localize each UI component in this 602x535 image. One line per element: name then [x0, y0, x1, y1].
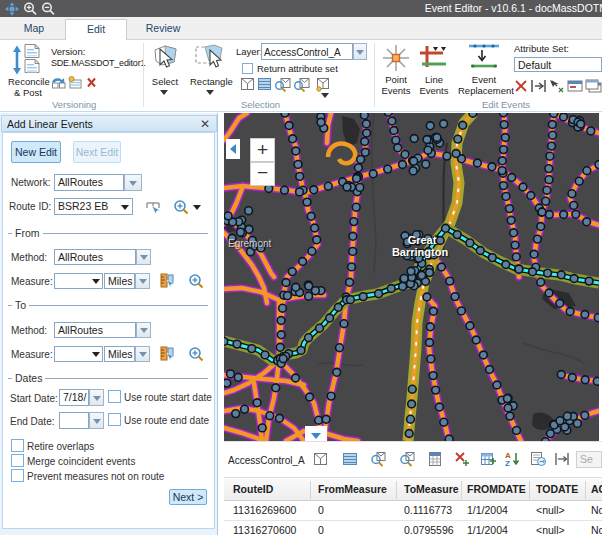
svg-text:Barrington: Barrington	[392, 246, 449, 258]
svg-text:Egremont: Egremont	[228, 238, 272, 249]
svg-text:Great: Great	[408, 234, 437, 246]
svg-text:Z: Z	[505, 459, 510, 467]
